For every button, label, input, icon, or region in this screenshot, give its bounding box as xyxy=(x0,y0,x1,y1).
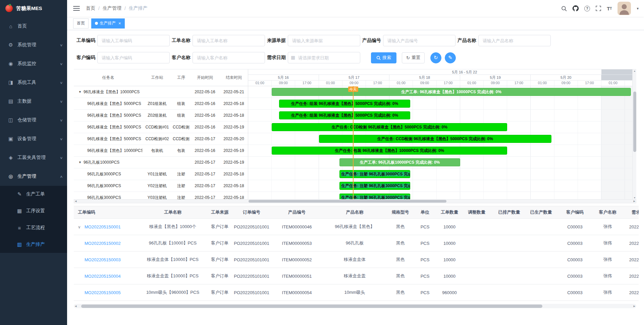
gantt-chart: 任务名工作站工序开始时间结束时间 ▼96孔移液盒【黑色】10000PCS2022… xyxy=(74,69,636,203)
gantt-row[interactable]: 生产任务: 注塑 96孔孔板3000PCS 完成比例: 0% xyxy=(248,168,632,180)
sidebar-toggle-icon[interactable] xyxy=(73,6,80,11)
sidebar-subitem-label: 生产工单 xyxy=(26,191,67,197)
gantt-horizontal-scrollbar[interactable]: ◀ ▶ xyxy=(74,199,636,203)
gantt-bar[interactable]: 生产任务: 注塑 96孔孔板3000PCS 完成比例: 0% xyxy=(339,182,410,190)
caret-down-icon[interactable]: ▾ xyxy=(637,6,639,11)
sidebar-subitem[interactable]: ✎生产工单 xyxy=(0,186,67,203)
table-hscroll-thumb[interactable] xyxy=(81,305,542,308)
expand-row-icon[interactable]: ∨ xyxy=(78,225,85,229)
gantt-start-cell: 2022-05-17 xyxy=(191,195,219,199)
order-link[interactable]: MO202205150004 xyxy=(85,274,121,279)
filter-input[interactable] xyxy=(383,35,455,46)
scroll-down-icon[interactable]: ▼ xyxy=(633,197,636,199)
sidebar-item[interactable]: ⚙系统管理∨ xyxy=(0,36,67,54)
reset-button[interactable]: ↻ 重置 xyxy=(402,52,425,63)
gantt-bar[interactable]: 生产工单: 96孔移液盒【黑色】10000PCS 完成比例: 0% xyxy=(272,88,631,96)
gantt-bar[interactable]: 生产任务: 组装 96孔移液盒【黑色】5000PCS 完成比例: 0% xyxy=(279,100,410,108)
gantt-hscroll-thumb[interactable] xyxy=(249,200,446,203)
filter-input[interactable] xyxy=(97,52,170,63)
gantt-task-row[interactable]: 96孔移液盒【黑色】5000PCSCCD检测#01CCD检测2022-05-16… xyxy=(74,121,248,133)
filter-input[interactable] xyxy=(478,35,551,46)
table-row[interactable]: ∨MO202205150003移液盒盒体【10000】PCS客户订单PO2022… xyxy=(74,252,639,268)
gantt-row[interactable]: 生产任务: 组装 96孔移液盒【黑色】5000PCS 完成比例: 0% xyxy=(248,110,632,121)
table-horizontal-scrollbar[interactable]: ◀ ▶ xyxy=(74,304,636,308)
filter-input[interactable] xyxy=(193,52,265,63)
sidebar-item[interactable]: ⌂首页 xyxy=(0,17,67,36)
breadcrumb-production[interactable]: 生产管理 xyxy=(103,5,121,11)
gantt-task-row[interactable]: 96孔移液盒【黑色】5000PCSZ01组装机组装2022-05-162022-… xyxy=(74,98,248,110)
gantt-bar[interactable]: 生产任务: 注塑 96孔孔板3000PCS 完成比例: 0% xyxy=(339,194,410,199)
table-row[interactable]: ∨MO20220515000296孔孔板【10000】PCS客户订单PO2022… xyxy=(74,235,639,252)
sidebar-item[interactable]: ◉系统监控∨ xyxy=(0,54,67,73)
gantt-task-row[interactable]: 96孔孔板3000PCSY02注塑机注塑2022-05-172022-05-18 xyxy=(74,180,248,192)
scroll-right-icon[interactable]: ▶ xyxy=(634,304,635,308)
gantt-task-row[interactable]: 96孔移液盒【黑色】5000PCSZ02组装机组装2022-05-162022-… xyxy=(74,110,248,121)
table-row[interactable]: ∨MO20220515000510mm吸头【960000】PCS客户订单PO20… xyxy=(74,284,639,301)
sidebar-subitem[interactable]: ▥生产排产 xyxy=(0,236,67,253)
gantt-row[interactable]: 生产工单: 96孔孔板10000PCS 完成比例: 0% xyxy=(248,157,632,168)
search-button[interactable]: 搜索 xyxy=(371,52,396,63)
gantt-vscroll-thumb[interactable] xyxy=(633,92,636,152)
filter-input[interactable] xyxy=(193,35,265,46)
sidebar-item[interactable]: ◨系统工具∨ xyxy=(0,73,67,92)
scroll-up-icon[interactable]: ▲ xyxy=(633,70,636,72)
table-row[interactable]: ∨MO202205150004移液盒盒盖【10000】PCS客户订单PO2022… xyxy=(74,268,639,284)
scroll-right-icon[interactable]: ▶ xyxy=(634,200,635,203)
search-icon[interactable] xyxy=(561,6,567,11)
fullscreen-icon[interactable] xyxy=(596,6,601,11)
gantt-task-row[interactable]: 96孔孔板3000PCSY01注塑机注塑2022-05-172022-05-18 xyxy=(74,168,248,180)
order-link[interactable]: MO202205150001 xyxy=(85,224,121,229)
collapse-icon[interactable]: ▼ xyxy=(78,90,82,94)
avatar[interactable] xyxy=(618,2,631,15)
gantt-vertical-scrollbar[interactable]: ▲ ▼ xyxy=(632,69,636,199)
gantt-row[interactable]: 生产任务: 注塑 96孔孔板3000PCS 完成比例: 0% xyxy=(248,180,632,192)
filter-input[interactable] xyxy=(288,52,360,63)
gantt-start-cell: 2022-05-17 xyxy=(191,160,219,165)
gantt-bar[interactable]: 生产任务: 组装 96孔移液盒【黑色】5000PCS 完成比例: 0% xyxy=(279,111,410,119)
gantt-bar[interactable]: 生产任务: CCD检测 96孔移液盒【黑色】5000PCS 完成比例: 0% xyxy=(319,135,551,143)
order-link[interactable]: MO202205150002 xyxy=(85,241,121,246)
scroll-left-icon[interactable]: ◀ xyxy=(75,304,76,308)
gantt-task-row[interactable]: 96孔孔板3000PCSY03注塑机注塑2022-05-172022-05-18 xyxy=(74,192,248,199)
edit-schedule-button[interactable]: ✎ xyxy=(445,52,456,63)
gantt-bar[interactable]: 生产任务: 注塑 96孔孔板3000PCS 完成比例: 0% xyxy=(339,170,410,178)
github-icon[interactable] xyxy=(573,5,579,11)
sidebar-item[interactable]: ▤主数据∨ xyxy=(0,92,67,111)
gantt-bar[interactable]: 生产任务: 包装 96孔移液盒【黑色】10000PCS 完成比例: 0% xyxy=(272,147,507,155)
collapse-icon[interactable]: ▼ xyxy=(78,161,82,164)
sidebar-subitem[interactable]: ▦工序设置 xyxy=(0,203,67,219)
order-link[interactable]: MO202205150005 xyxy=(85,290,121,295)
sidebar-item[interactable]: ◈工装夹具管理∨ xyxy=(0,148,67,167)
gantt-bar[interactable]: 生产工单: 96孔孔板10000PCS 完成比例: 0% xyxy=(339,158,460,166)
gantt-row[interactable]: 生产任务: CCD检测 96孔移液盒【黑色】5000PCS 完成比例: 0% xyxy=(248,133,632,145)
filter-input[interactable] xyxy=(288,35,360,46)
scroll-left-icon[interactable]: ◀ xyxy=(75,200,76,203)
table-row[interactable]: ∨MO202205150001移液盒【黑色】10000个客户订单PO202205… xyxy=(74,219,639,235)
gantt-row[interactable]: 生产任务: CCD检测 96孔移液盒【黑色】5000PCS 完成比例: 0% xyxy=(248,121,632,133)
gantt-row[interactable]: 生产工单: 96孔移液盒【黑色】10000PCS 完成比例: 0% xyxy=(248,86,632,98)
order-link[interactable]: MO202205150003 xyxy=(85,257,121,262)
tab-production-scheduling[interactable]: 生产排产 × xyxy=(91,18,125,29)
sidebar-item[interactable]: ◎生产管理∧ xyxy=(0,167,67,186)
gantt-task-row[interactable]: 96孔移液盒【黑色】5000PCSCCD检测#02CCD检测2022-05-17… xyxy=(74,133,248,145)
help-icon[interactable]: ? xyxy=(584,6,590,11)
gantt-bar[interactable]: 生产任务: CCD检测 96孔移液盒【黑色】5000PCS 完成比例: 0% xyxy=(272,123,507,131)
gantt-task-row[interactable]: ▼96孔移液盒【黑色】10000PCS2022-05-162022-05-21 xyxy=(74,86,248,98)
work-orders-table-container: 工单编码工单名称工单来源订单编号产品编号产品名称规格型号单位工单数量调整数量已排… xyxy=(74,206,639,301)
gantt-hour-cell: 09:00 xyxy=(554,80,578,86)
gantt-row[interactable]: 生产任务: 注塑 96孔孔板3000PCS 完成比例: 0% xyxy=(248,192,632,199)
gantt-task-row[interactable]: 96孔移液盒【黑色】10000PCS包装机包装2022-05-162022-05… xyxy=(74,145,248,157)
breadcrumb-home[interactable]: 首页 xyxy=(86,5,95,11)
sidebar-item[interactable]: ◫仓储管理∨ xyxy=(0,111,67,129)
gantt-task-row[interactable]: ▼96孔孔板10000PCS2022-05-172022-05-19 xyxy=(74,157,248,168)
gantt-row[interactable]: 生产任务: 组装 96孔移液盒【黑色】5000PCS 完成比例: 0% xyxy=(248,98,632,110)
app-logo[interactable]: 苦糖果MES xyxy=(0,0,67,17)
tab-home[interactable]: 首页 xyxy=(73,18,89,29)
sidebar-subitem[interactable]: ≡工艺流程 xyxy=(0,219,67,236)
tab-close-icon[interactable]: × xyxy=(118,21,121,26)
reschedule-button[interactable]: ↻ xyxy=(430,52,441,63)
sidebar-item[interactable]: ▣设备管理∨ xyxy=(0,129,67,148)
filter-input[interactable] xyxy=(97,35,170,46)
gantt-row[interactable]: 生产任务: 包装 96孔移液盒【黑色】10000PCS 完成比例: 0% xyxy=(248,145,632,157)
font-size-icon[interactable]: TT xyxy=(607,6,612,11)
